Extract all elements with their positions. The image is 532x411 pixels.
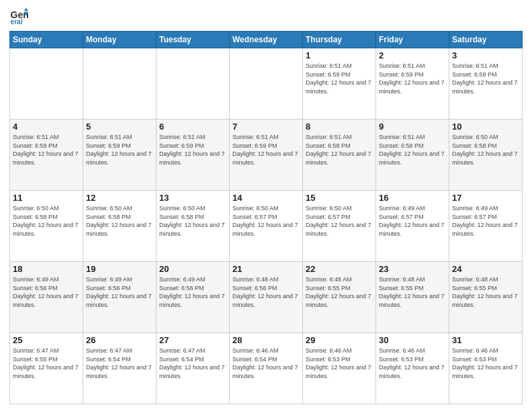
calendar-cell: 7Sunrise: 6:51 AM Sunset: 6:59 PM Daylig…	[230, 120, 303, 191]
day-number: 4	[13, 122, 80, 132]
day-info: Sunrise: 6:48 AM Sunset: 6:56 PM Dayligh…	[232, 275, 300, 309]
day-number: 25	[13, 335, 80, 345]
calendar-cell: 11Sunrise: 6:50 AM Sunset: 6:58 PM Dayli…	[10, 191, 83, 262]
calendar-body: 1Sunrise: 6:51 AM Sunset: 6:59 PM Daylig…	[10, 48, 523, 404]
svg-text:eral: eral	[11, 18, 23, 26]
day-number: 16	[379, 193, 446, 203]
weekday-header: Saturday	[449, 32, 523, 48]
calendar-cell: 16Sunrise: 6:49 AM Sunset: 6:57 PM Dayli…	[376, 191, 449, 262]
calendar-cell	[10, 48, 83, 120]
day-number: 29	[306, 335, 373, 345]
day-info: Sunrise: 6:48 AM Sunset: 6:55 PM Dayligh…	[379, 275, 446, 309]
calendar-week-row: 4Sunrise: 6:51 AM Sunset: 6:59 PM Daylig…	[10, 120, 523, 191]
day-number: 19	[86, 264, 153, 274]
calendar-cell: 14Sunrise: 6:50 AM Sunset: 6:57 PM Dayli…	[230, 191, 303, 262]
day-info: Sunrise: 6:51 AM Sunset: 6:59 PM Dayligh…	[232, 133, 300, 167]
calendar-cell: 1Sunrise: 6:51 AM Sunset: 6:59 PM Daylig…	[303, 48, 376, 120]
day-number: 26	[86, 335, 153, 345]
day-number: 7	[232, 122, 300, 132]
day-number: 31	[452, 335, 519, 345]
day-number: 30	[379, 335, 446, 345]
calendar-cell: 12Sunrise: 6:50 AM Sunset: 6:58 PM Dayli…	[83, 191, 157, 262]
day-info: Sunrise: 6:46 AM Sunset: 6:54 PM Dayligh…	[232, 347, 300, 380]
weekday-header: Sunday	[10, 32, 83, 48]
calendar-table: SundayMondayTuesdayWednesdayThursdayFrid…	[9, 31, 523, 404]
calendar-cell: 26Sunrise: 6:47 AM Sunset: 6:54 PM Dayli…	[83, 333, 157, 404]
calendar-week-row: 11Sunrise: 6:50 AM Sunset: 6:58 PM Dayli…	[10, 191, 523, 262]
calendar-cell: 21Sunrise: 6:48 AM Sunset: 6:56 PM Dayli…	[230, 262, 303, 333]
day-info: Sunrise: 6:51 AM Sunset: 6:59 PM Dayligh…	[452, 62, 519, 95]
calendar-week-row: 18Sunrise: 6:49 AM Sunset: 6:56 PM Dayli…	[10, 262, 523, 333]
calendar-cell: 9Sunrise: 6:51 AM Sunset: 6:58 PM Daylig…	[376, 120, 449, 191]
header: Gen eral	[9, 7, 523, 26]
day-info: Sunrise: 6:51 AM Sunset: 6:58 PM Dayligh…	[379, 133, 446, 167]
calendar-week-row: 25Sunrise: 6:47 AM Sunset: 6:55 PM Dayli…	[10, 333, 523, 404]
day-number: 8	[306, 122, 373, 132]
day-info: Sunrise: 6:46 AM Sunset: 6:53 PM Dayligh…	[452, 347, 519, 380]
calendar-cell: 15Sunrise: 6:50 AM Sunset: 6:57 PM Dayli…	[303, 191, 376, 262]
day-info: Sunrise: 6:51 AM Sunset: 6:58 PM Dayligh…	[306, 133, 373, 167]
day-info: Sunrise: 6:50 AM Sunset: 6:58 PM Dayligh…	[159, 204, 226, 238]
day-info: Sunrise: 6:48 AM Sunset: 6:55 PM Dayligh…	[452, 275, 519, 309]
day-info: Sunrise: 6:49 AM Sunset: 6:57 PM Dayligh…	[379, 204, 446, 238]
day-info: Sunrise: 6:48 AM Sunset: 6:55 PM Dayligh…	[306, 275, 373, 309]
weekday-header: Tuesday	[157, 32, 230, 48]
calendar-cell: 17Sunrise: 6:49 AM Sunset: 6:57 PM Dayli…	[449, 191, 523, 262]
calendar-header-row: SundayMondayTuesdayWednesdayThursdayFrid…	[10, 32, 523, 48]
calendar-cell	[157, 48, 230, 120]
calendar-cell: 8Sunrise: 6:51 AM Sunset: 6:58 PM Daylig…	[303, 120, 376, 191]
day-info: Sunrise: 6:51 AM Sunset: 6:59 PM Dayligh…	[306, 62, 373, 95]
day-info: Sunrise: 6:50 AM Sunset: 6:57 PM Dayligh…	[232, 204, 300, 238]
day-info: Sunrise: 6:46 AM Sunset: 6:53 PM Dayligh…	[306, 347, 373, 380]
calendar-cell	[83, 48, 157, 120]
day-number: 13	[159, 193, 226, 203]
calendar-cell: 5Sunrise: 6:51 AM Sunset: 6:59 PM Daylig…	[83, 120, 157, 191]
calendar-cell: 6Sunrise: 6:51 AM Sunset: 6:59 PM Daylig…	[157, 120, 230, 191]
day-info: Sunrise: 6:49 AM Sunset: 6:56 PM Dayligh…	[86, 275, 153, 309]
calendar-cell: 19Sunrise: 6:49 AM Sunset: 6:56 PM Dayli…	[83, 262, 157, 333]
calendar-cell: 18Sunrise: 6:49 AM Sunset: 6:56 PM Dayli…	[10, 262, 83, 333]
day-number: 20	[159, 264, 226, 274]
day-info: Sunrise: 6:49 AM Sunset: 6:57 PM Dayligh…	[452, 204, 519, 238]
day-info: Sunrise: 6:49 AM Sunset: 6:56 PM Dayligh…	[13, 275, 80, 309]
day-info: Sunrise: 6:47 AM Sunset: 6:54 PM Dayligh…	[86, 347, 153, 380]
day-info: Sunrise: 6:50 AM Sunset: 6:58 PM Dayligh…	[86, 204, 153, 238]
day-number: 11	[13, 193, 80, 203]
calendar-cell: 20Sunrise: 6:49 AM Sunset: 6:56 PM Dayli…	[157, 262, 230, 333]
weekday-header: Wednesday	[230, 32, 303, 48]
calendar-cell: 24Sunrise: 6:48 AM Sunset: 6:55 PM Dayli…	[449, 262, 523, 333]
day-info: Sunrise: 6:47 AM Sunset: 6:55 PM Dayligh…	[13, 347, 80, 380]
day-info: Sunrise: 6:51 AM Sunset: 6:59 PM Dayligh…	[379, 62, 446, 95]
calendar-cell	[230, 48, 303, 120]
day-number: 1	[306, 50, 373, 60]
calendar-cell: 25Sunrise: 6:47 AM Sunset: 6:55 PM Dayli…	[10, 333, 83, 404]
day-info: Sunrise: 6:50 AM Sunset: 6:58 PM Dayligh…	[13, 204, 80, 238]
day-number: 14	[232, 193, 300, 203]
calendar-cell: 29Sunrise: 6:46 AM Sunset: 6:53 PM Dayli…	[303, 333, 376, 404]
calendar-cell: 22Sunrise: 6:48 AM Sunset: 6:55 PM Dayli…	[303, 262, 376, 333]
calendar-cell: 13Sunrise: 6:50 AM Sunset: 6:58 PM Dayli…	[157, 191, 230, 262]
calendar-week-row: 1Sunrise: 6:51 AM Sunset: 6:59 PM Daylig…	[10, 48, 523, 120]
day-info: Sunrise: 6:51 AM Sunset: 6:59 PM Dayligh…	[86, 133, 153, 167]
calendar-cell: 23Sunrise: 6:48 AM Sunset: 6:55 PM Dayli…	[376, 262, 449, 333]
weekday-header: Monday	[83, 32, 157, 48]
day-number: 6	[159, 122, 226, 132]
day-number: 3	[452, 50, 519, 60]
day-number: 12	[86, 193, 153, 203]
logo: Gen eral	[9, 7, 31, 26]
calendar-cell: 27Sunrise: 6:47 AM Sunset: 6:54 PM Dayli…	[157, 333, 230, 404]
day-number: 9	[379, 122, 446, 132]
day-number: 18	[13, 264, 80, 274]
calendar-cell: 30Sunrise: 6:46 AM Sunset: 6:53 PM Dayli…	[376, 333, 449, 404]
day-number: 24	[452, 264, 519, 274]
day-number: 21	[232, 264, 300, 274]
day-number: 10	[452, 122, 519, 132]
day-info: Sunrise: 6:49 AM Sunset: 6:56 PM Dayligh…	[159, 275, 226, 309]
calendar-cell: 3Sunrise: 6:51 AM Sunset: 6:59 PM Daylig…	[449, 48, 523, 120]
day-info: Sunrise: 6:50 AM Sunset: 6:57 PM Dayligh…	[306, 204, 373, 238]
day-number: 23	[379, 264, 446, 274]
calendar-cell: 31Sunrise: 6:46 AM Sunset: 6:53 PM Dayli…	[449, 333, 523, 404]
day-number: 28	[232, 335, 300, 345]
day-number: 15	[306, 193, 373, 203]
day-number: 27	[159, 335, 226, 345]
